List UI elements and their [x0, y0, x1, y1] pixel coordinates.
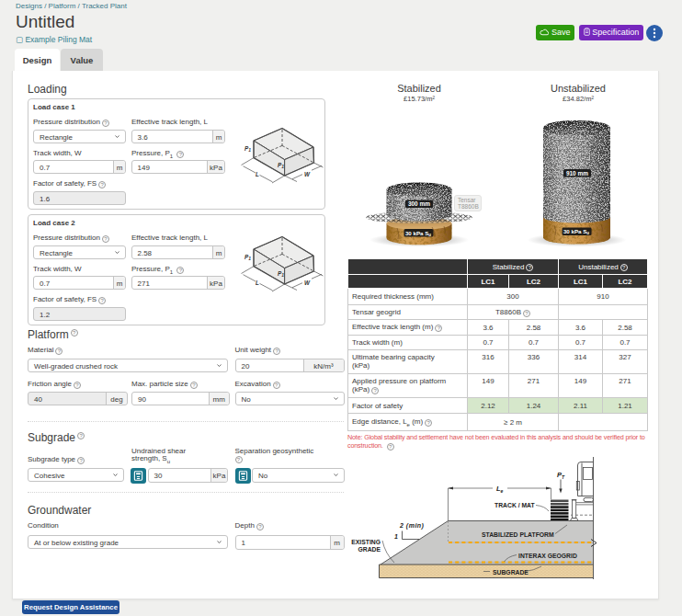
svg-text:P1: P1	[278, 162, 284, 169]
svg-text:30 kPa Su: 30 kPa Su	[405, 230, 431, 237]
svg-text:1: 1	[394, 533, 398, 540]
svg-text:30 kPa Su: 30 kPa Su	[563, 228, 589, 235]
svg-text:W: W	[304, 279, 311, 286]
svg-text:Stabilized: Stabilized	[397, 83, 441, 94]
svg-text:STABILIZED PLATFORM: STABILIZED PLATFORM	[482, 531, 554, 538]
svg-text:£34.82/m²: £34.82/m²	[563, 95, 594, 103]
svg-text:INTERAX GEOGRID: INTERAX GEOGRID	[518, 553, 577, 559]
svg-text:£15.73/m²: £15.73/m²	[404, 95, 435, 103]
svg-text:Tensar: Tensar	[458, 197, 476, 203]
svg-text:SUBGRADE: SUBGRADE	[493, 569, 529, 576]
svg-text:910 mm: 910 mm	[566, 170, 588, 177]
svg-text:P1: P1	[278, 270, 284, 278]
svg-text:L: L	[256, 171, 259, 177]
svg-text:P1: P1	[244, 145, 251, 153]
svg-text:PT: PT	[557, 471, 565, 480]
svg-text:P1: P1	[244, 254, 251, 261]
svg-text:Le: Le	[496, 485, 504, 494]
svg-text:L: L	[256, 279, 259, 286]
svg-text:EXISTING: EXISTING	[351, 539, 381, 545]
svg-text:2 (min): 2 (min)	[399, 522, 425, 530]
svg-text:W: W	[304, 171, 311, 177]
svg-text:300 mm: 300 mm	[408, 200, 430, 207]
svg-text:TRACK / MAT: TRACK / MAT	[494, 502, 536, 508]
svg-text:T8860B: T8860B	[458, 203, 479, 210]
svg-text:Unstabilized: Unstabilized	[551, 83, 606, 94]
svg-text:GRADE: GRADE	[358, 546, 381, 553]
